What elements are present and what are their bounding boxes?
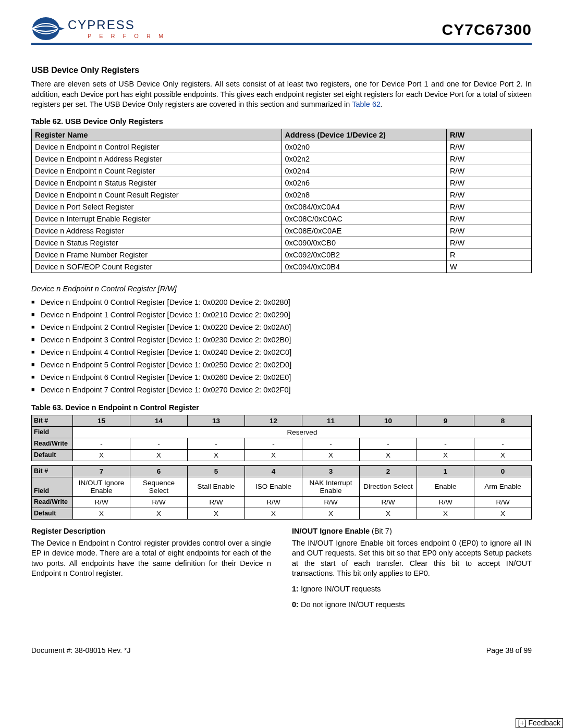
- logo: CYPRESS P E R F O R M: [31, 16, 166, 42]
- svg-point-0: [32, 17, 59, 40]
- page-number: Page 38 of 99: [486, 646, 532, 655]
- field-label: Field: [32, 426, 73, 438]
- option-1: 1: Ignore IN/OUT requests: [292, 584, 532, 595]
- feedback-button[interactable]: [+] Feedback: [516, 718, 563, 728]
- inout-ignore-title: IN/OUT Ignore Enable (Bit 7): [292, 527, 532, 535]
- table-row: Device n Endpoint n Address Register0x02…: [32, 153, 532, 165]
- table-row: Device n Status Register0xC090/0xCB0R/W: [32, 237, 532, 249]
- list-item: Device n Endpoint 6 Control Register [De…: [31, 373, 532, 381]
- logo-name: CYPRESS: [68, 19, 166, 31]
- rw-label: Read/Write: [32, 438, 73, 449]
- table-row: Device n Endpoint n Count Result Registe…: [32, 189, 532, 201]
- th-addr: Address (Device 1/Device 2): [282, 129, 446, 141]
- reserved-field: Reserved: [73, 426, 532, 438]
- table63-upper: Bit # 15 14 13 12 11 10 9 8 Field Reserv…: [31, 415, 532, 461]
- table-row: Device n Address Register0xC08E/0xC0AER/…: [32, 225, 532, 237]
- th-rw: R/W: [446, 129, 531, 141]
- control-register-subheading: Device n Endpoint n Control Register [R/…: [31, 285, 532, 293]
- list-item: Device n Endpoint 0 Control Register [De…: [31, 298, 532, 306]
- inout-ignore-text: The IN/OUT Ignore Enable bit forces endp…: [292, 538, 532, 579]
- list-item: Device n Endpoint 2 Control Register [De…: [31, 323, 532, 331]
- table-row: Device n Frame Number Register0xC092/0xC…: [32, 249, 532, 261]
- section-title: USB Device Only Registers: [31, 66, 532, 75]
- table63-lower: Bit # 7 6 5 4 3 2 1 0 Field IN/OUT Ignor…: [31, 465, 532, 520]
- list-item: Device n Endpoint 5 Control Register [De…: [31, 361, 532, 369]
- globe-icon: [31, 16, 65, 42]
- table63-caption: Table 63. Device n Endpoint n Control Re…: [31, 403, 532, 412]
- intro-end: .: [381, 100, 383, 108]
- table-row: Device n Endpoint n Control Register0x02…: [32, 141, 532, 153]
- section-intro: There are eleven sets of USB Device Only…: [31, 79, 532, 110]
- list-item: Device n Endpoint 4 Control Register [De…: [31, 348, 532, 356]
- description-columns: Register Description The Device n Endpoi…: [31, 527, 532, 615]
- list-item: Device n Endpoint 3 Control Register [De…: [31, 336, 532, 344]
- table-header-row: Register Name Address (Device 1/Device 2…: [32, 129, 532, 141]
- part-number: CY7C67300: [442, 21, 532, 39]
- doc-number: Document #: 38-08015 Rev. *J: [31, 646, 130, 655]
- default-label: Default: [32, 449, 73, 461]
- list-item: Device n Endpoint 7 Control Register [De…: [31, 386, 532, 394]
- table-row: Device n Endpoint n Status Register0x02n…: [32, 177, 532, 189]
- table62: Register Name Address (Device 1/Device 2…: [31, 129, 532, 273]
- page-header: CYPRESS P E R F O R M CY7C67300: [31, 16, 532, 45]
- option-0: 0: Do not ignore IN/OUT requests: [292, 600, 532, 610]
- endpoint-list: Device n Endpoint 0 Control Register [De…: [31, 298, 532, 394]
- intro-text: There are eleven sets of USB Device Only…: [31, 80, 532, 108]
- table-row: Device n Endpoint n Count Register0x02n4…: [32, 165, 532, 177]
- bit-label: Bit #: [32, 415, 73, 426]
- table62-caption: Table 62. USB Device Only Registers: [31, 117, 532, 126]
- th-name: Register Name: [32, 129, 282, 141]
- register-description-title: Register Description: [31, 527, 271, 535]
- page-footer: Document #: 38-08015 Rev. *J Page 38 of …: [31, 646, 532, 655]
- list-item: Device n Endpoint 1 Control Register [De…: [31, 311, 532, 319]
- logo-tagline: P E R F O R M: [88, 33, 166, 39]
- register-description-text: The Device n Endpoint n Control register…: [31, 538, 271, 579]
- table-row: Device n Port Select Register0xC084/0xC0…: [32, 201, 532, 213]
- table-row: Device n Interrupt Enable Register0xC08C…: [32, 213, 532, 225]
- table-row: Device n SOF/EOP Count Register0xC094/0x…: [32, 261, 532, 273]
- table62-link[interactable]: Table 62: [352, 100, 381, 108]
